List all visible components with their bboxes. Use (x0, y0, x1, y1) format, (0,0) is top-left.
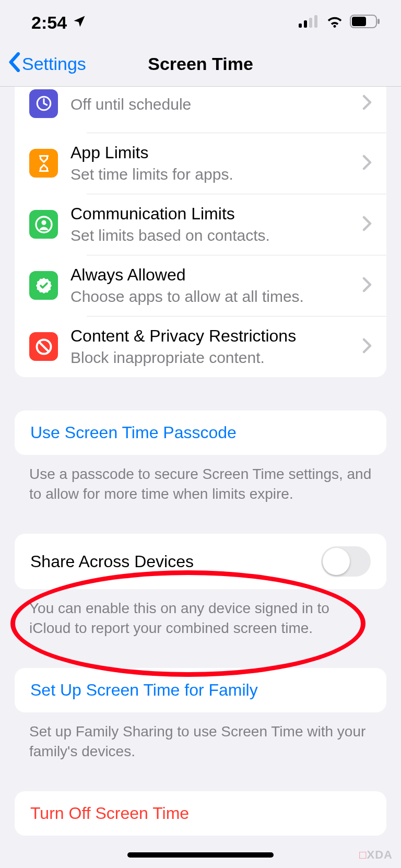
signal-icon (299, 15, 320, 30)
nav-bar: Settings Screen Time (0, 42, 401, 87)
toggle-knob (323, 548, 350, 575)
chevron-right-icon (362, 95, 372, 112)
app-limits-title: App Limits (70, 142, 357, 163)
battery-icon (350, 15, 380, 30)
family-footer: Set up Family Sharing to use Screen Time… (29, 722, 372, 761)
always-allowed-subtitle: Choose apps to allow at all times. (70, 286, 357, 307)
watermark: □XDA (359, 848, 393, 862)
share-footer: You can enable this on any device signed… (29, 599, 372, 638)
use-passcode-button[interactable]: Use Screen Time Passcode (15, 410, 386, 455)
svg-rect-1 (304, 20, 307, 28)
turnoff-group: Turn Off Screen Time (15, 791, 386, 836)
chevron-right-icon (362, 277, 372, 295)
share-title: Share Across Devices (30, 552, 194, 571)
restrictions-subtitle: Block inappropriate content. (70, 347, 357, 368)
svg-rect-2 (309, 18, 312, 28)
passcode-group: Use Screen Time Passcode (15, 410, 386, 455)
svg-point-9 (41, 220, 46, 225)
share-group: Share Across Devices (15, 534, 386, 589)
back-label: Settings (22, 54, 86, 74)
row-always-allowed[interactable]: Always Allowed Choose apps to allow at a… (15, 255, 386, 316)
back-button[interactable]: Settings (7, 52, 86, 76)
status-bar: 2:54 (0, 0, 401, 42)
status-right (299, 15, 380, 30)
chevron-left-icon (7, 52, 21, 76)
chevron-right-icon (362, 155, 372, 172)
checkmark-seal-icon (29, 271, 58, 300)
comm-limits-title: Communication Limits (70, 203, 357, 224)
passcode-footer: Use a passcode to secure Screen Time set… (29, 464, 372, 503)
share-row[interactable]: Share Across Devices (15, 534, 386, 589)
app-limits-subtitle: Set time limits for apps. (70, 164, 357, 184)
status-time: 2:54 (31, 13, 67, 33)
share-toggle[interactable] (321, 546, 371, 577)
status-left: 2:54 (31, 13, 87, 33)
chevron-right-icon (362, 338, 372, 356)
comm-limits-subtitle: Set limits based on contacts. (70, 225, 357, 245)
svg-rect-0 (299, 24, 302, 28)
svg-line-11 (39, 342, 49, 351)
setup-family-button[interactable]: Set Up Screen Time for Family (15, 668, 386, 712)
restrictions-title: Content & Privacy Restrictions (70, 325, 357, 346)
row-app-limits[interactable]: App Limits Set time limits for apps. (15, 133, 386, 194)
always-allowed-title: Always Allowed (70, 264, 357, 285)
downtime-subtitle: Off until schedule (70, 94, 357, 114)
contact-circle-icon (29, 210, 58, 239)
row-communication-limits[interactable]: Communication Limits Set limits based on… (15, 194, 386, 255)
family-group: Set Up Screen Time for Family (15, 668, 386, 712)
wifi-icon (326, 15, 344, 30)
limits-group: Off until schedule App Limits Set time l… (15, 87, 386, 377)
downtime-icon (29, 89, 58, 118)
turn-off-button[interactable]: Turn Off Screen Time (15, 791, 386, 836)
row-downtime[interactable]: Off until schedule (15, 87, 386, 133)
svg-rect-3 (314, 15, 317, 28)
location-arrow-icon (72, 13, 87, 33)
row-content-restrictions[interactable]: Content & Privacy Restrictions Block ina… (15, 316, 386, 377)
hourglass-icon (29, 149, 58, 178)
no-symbol-icon (29, 332, 58, 361)
svg-rect-5 (352, 17, 366, 26)
home-indicator[interactable] (127, 852, 274, 858)
svg-rect-6 (378, 19, 380, 24)
chevron-right-icon (362, 216, 372, 233)
